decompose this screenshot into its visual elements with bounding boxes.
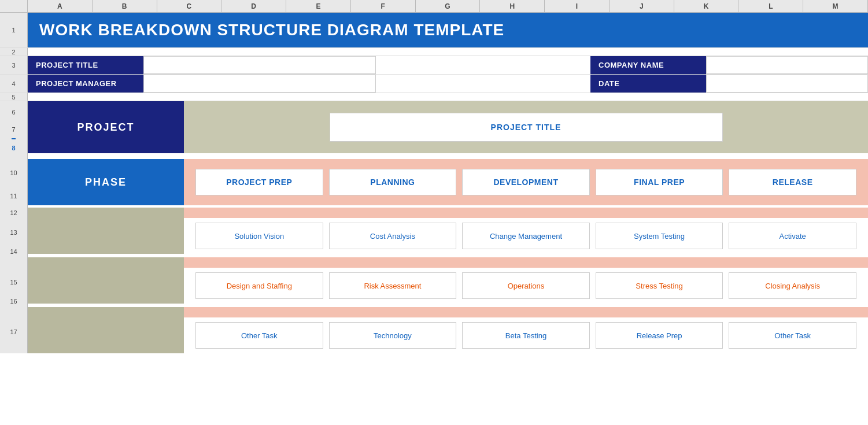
task-cells-1: Solution Vision Cost Analysis Change Man… [184,218,868,254]
row-2: 2 [0,48,868,56]
row-10-11: 10 11 PHASE PROJECT PREP PLANNING DEVELO… [0,159,868,208]
task-solution-vision[interactable]: Solution Vision [195,223,323,249]
task-row-3: 17 Other Task Technology Beta Testing Re… [0,317,868,353]
task-cells-2: Design and Staffing Risk Assessment Oper… [184,268,868,304]
project-manager-label: PROJECT MANAGER [28,75,143,93]
row-num-12: 12 [0,208,28,218]
project-title-box[interactable]: PROJECT TITLE [330,113,723,142]
col-header-g: G [416,0,481,12]
row-num-4: 4 [0,75,28,93]
phase-boxes: PROJECT PREP PLANNING DEVELOPMENT FINAL … [184,159,868,205]
col-header-b: B [93,0,157,12]
phase-development[interactable]: DEVELOPMENT [462,169,590,195]
task-cost-analysis[interactable]: Cost Analysis [329,223,457,249]
row-6-8: 6 7 8 PROJECT PROJECT TITLE [0,101,868,156]
task-operations[interactable]: Operations [462,272,590,299]
date-label: DATE [590,75,706,93]
row-num-17: 17 [0,317,28,353]
col-header-d: D [221,0,286,12]
row-12: 12 [0,208,868,218]
col-header-i: I [545,0,610,12]
company-name-value[interactable] [706,56,868,74]
task-cells-3: Other Task Technology Beta Testing Relea… [184,317,868,353]
row-num-1: 1 [0,13,28,47]
task-other-2[interactable]: Other Task [729,322,856,349]
row-num-2: 2 [0,48,28,56]
task-left-1 [28,218,184,254]
row-num-5: 5 [0,93,28,101]
task-left-3 [28,317,184,353]
phase-project-prep[interactable]: PROJECT PREP [195,169,323,195]
col-header-j: J [610,0,674,12]
project-manager-value[interactable] [143,75,376,93]
col-header-m: M [803,0,868,12]
row-num-13: 13 14 [0,218,28,257]
spacer-1 [0,257,868,268]
task-activate[interactable]: Activate [729,223,856,249]
spacer-2 [0,307,868,317]
company-name-label: COMPANY NAME [590,56,706,74]
phase-row: PHASE PROJECT PREP PLANNING DEVELOPMENT … [28,159,868,205]
col-header-l: L [738,0,803,12]
info-row-2: PROJECT MANAGER DATE [28,75,868,93]
row-5: 5 [0,93,868,101]
col-header-f: F [351,0,416,12]
project-title-value[interactable] [143,56,376,74]
row-num-6: 6 7 8 [0,101,28,156]
col-header-c: C [157,0,222,12]
col-header-a: A [28,0,93,12]
row-4: 4 PROJECT MANAGER DATE [0,75,868,93]
task-change-management[interactable]: Change Management [462,223,590,249]
row-num-15: 15 16 [0,268,28,307]
task-closing-analysis[interactable]: Closing Analysis [729,272,856,299]
task-design-staffing[interactable]: Design and Staffing [195,272,323,299]
project-title-area: PROJECT TITLE [184,101,868,153]
task-risk-assessment[interactable]: Risk Assessment [329,272,457,299]
page-title: WORK BREAKDOWN STRUCTURE DIAGRAM TEMPLAT… [28,13,868,47]
task-stress-testing[interactable]: Stress Testing [596,272,723,299]
task-left-2 [28,268,184,304]
task-row-2: 15 16 Design and Staffing Risk Assessmen… [0,268,868,307]
date-value[interactable] [706,75,868,93]
row-num-10: 10 11 [0,159,28,208]
column-headers: A B C D E F G H I J K L M [0,0,868,13]
task-technology[interactable]: Technology [329,322,457,349]
phase-release[interactable]: RELEASE [729,169,856,195]
row-3: 3 PROJECT TITLE COMPANY NAME [0,56,868,75]
title-bar: WORK BREAKDOWN STRUCTURE DIAGRAM TEMPLAT… [28,13,868,47]
row-num-3: 3 [0,56,28,74]
phase-final-prep[interactable]: FINAL PREP [596,169,723,195]
task-row-1: 13 14 Solution Vision Cost Analysis Chan… [0,218,868,257]
col-header-h: H [480,0,545,12]
project-title-label: PROJECT TITLE [28,56,143,74]
col-header-k: K [674,0,739,12]
phase-planning[interactable]: PLANNING [329,169,457,195]
task-group-2: Design and Staffing Risk Assessment Oper… [28,268,868,304]
project-row: PROJECT PROJECT TITLE [28,101,868,153]
project-label: PROJECT [28,101,184,153]
task-system-testing[interactable]: System Testing [596,223,723,249]
spreadsheet: A B C D E F G H I J K L M 1 WORK BREAKDO… [0,0,868,353]
task-group-1: Solution Vision Cost Analysis Change Man… [28,218,868,254]
row-1: 1 WORK BREAKDOWN STRUCTURE DIAGRAM TEMPL… [0,13,868,48]
info-row-1: PROJECT TITLE COMPANY NAME [28,56,868,74]
phase-label: PHASE [28,159,184,205]
task-group-3: Other Task Technology Beta Testing Relea… [28,317,868,353]
col-header-e: E [286,0,351,12]
corner-cell [0,0,28,12]
task-release-prep[interactable]: Release Prep [596,322,723,349]
task-beta-testing[interactable]: Beta Testing [462,322,590,349]
task-other-1[interactable]: Other Task [195,322,323,349]
